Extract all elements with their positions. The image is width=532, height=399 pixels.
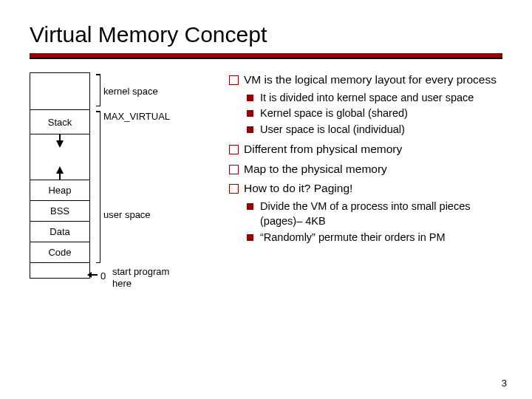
label-kernel-space: kernel space bbox=[103, 86, 158, 97]
label-user-space: user space bbox=[103, 209, 151, 220]
heap-segment: Heap bbox=[30, 180, 90, 200]
kernel-region bbox=[30, 72, 90, 109]
arrow-up-icon bbox=[56, 166, 64, 174]
bullet-text: How to do it? Paging! bbox=[244, 182, 352, 194]
bullet-vm-logical: VM is the logical memory layout for ever… bbox=[229, 72, 502, 137]
gap-segment bbox=[30, 134, 90, 180]
sub-bullet-pages-4kb: Divide the VM of a process into small pi… bbox=[244, 200, 502, 228]
memory-diagram: Stack Heap BSS Data Code kernel space MA… bbox=[30, 72, 222, 331]
sub-bullet-kernel-global: Kernel space is global (shared) bbox=[244, 106, 502, 121]
data-segment: Data bbox=[30, 221, 90, 242]
bullet-different-pm: Different from physical memory bbox=[229, 142, 502, 157]
bottom-region bbox=[30, 262, 90, 279]
page-number: 3 bbox=[502, 378, 507, 389]
code-segment: Code bbox=[30, 242, 90, 262]
arrow-down-icon bbox=[56, 140, 64, 148]
bullet-content: VM is the logical memory layout for ever… bbox=[229, 72, 502, 331]
sub-bullet-user-local: User space is local (individual) bbox=[244, 123, 502, 137]
brace-kernel bbox=[90, 74, 100, 106]
bullet-map-pm: Map to the physical memory bbox=[229, 162, 502, 177]
bss-segment: BSS bbox=[30, 200, 90, 221]
slide-title: Virtual Memory Concept bbox=[30, 22, 502, 47]
sub-bullet-permute: “Randomly” permute their orders in PM bbox=[244, 231, 502, 245]
bullet-paging: How to do it? Paging! Divide the VM of a… bbox=[229, 181, 502, 245]
sub-bullet-divided: It is divided into kernel space and user… bbox=[244, 91, 502, 106]
stack-segment: Stack bbox=[30, 109, 90, 134]
zero-pointer bbox=[90, 274, 98, 276]
label-start-program: start programhere bbox=[112, 266, 169, 289]
label-max-virtual: MAX_VIRTUAL bbox=[103, 111, 170, 122]
bullet-text: VM is the logical memory layout for ever… bbox=[244, 73, 497, 86]
brace-user bbox=[90, 111, 100, 263]
label-zero: 0 bbox=[100, 270, 106, 282]
title-underline bbox=[30, 53, 502, 59]
